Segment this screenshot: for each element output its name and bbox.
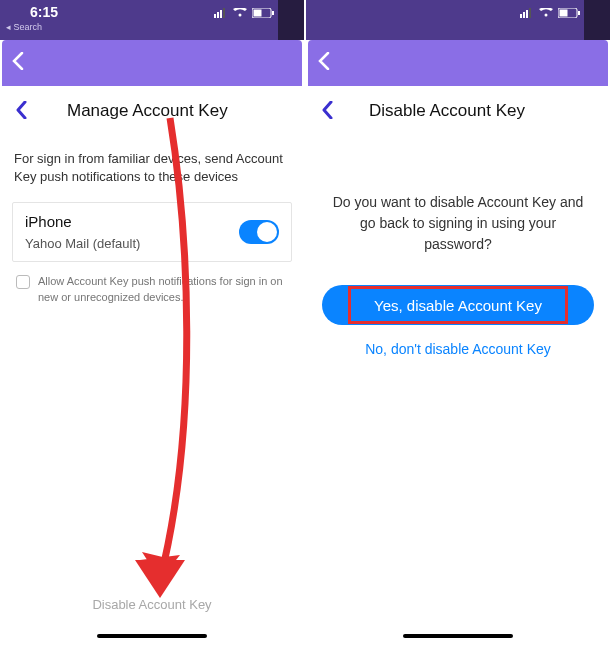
purple-header (2, 40, 302, 86)
status-bar: 6:15 ◂ Search (0, 0, 304, 40)
status-time: 6:15 (30, 4, 58, 20)
yes-disable-label: Yes, disable Account Key (374, 297, 542, 314)
status-icons (214, 8, 274, 18)
device-card: iPhone Yahoo Mail (default) (12, 202, 292, 262)
screen-manage-account-key: 6:15 ◂ Search Manage Account Key For sig… (0, 0, 304, 650)
page-title: Disable Account Key (369, 101, 594, 121)
home-indicator[interactable] (97, 634, 207, 638)
page-title: Manage Account Key (67, 101, 288, 121)
yes-disable-button[interactable]: Yes, disable Account Key (322, 285, 594, 325)
svg-point-4 (239, 14, 242, 17)
title-bar: Disable Account Key (306, 86, 610, 136)
status-bar (306, 0, 610, 40)
svg-rect-16 (578, 11, 580, 15)
svg-rect-9 (520, 14, 522, 18)
allow-notifications-row[interactable]: Allow Account Key push notifications for… (12, 274, 292, 305)
device-subtitle: Yahoo Mail (default) (25, 236, 239, 251)
svg-rect-6 (254, 10, 262, 17)
back-button[interactable] (322, 101, 333, 122)
device-name: iPhone (25, 213, 239, 230)
status-icons (520, 8, 580, 18)
allow-checkbox[interactable] (16, 275, 30, 289)
svg-rect-0 (214, 14, 216, 18)
screen-disable-account-key: Disable Account Key Do you want to disab… (304, 0, 610, 650)
no-dont-disable-link[interactable]: No, don't disable Account Key (318, 341, 598, 357)
home-indicator[interactable] (403, 634, 513, 638)
disable-account-key-link[interactable]: Disable Account Key (12, 597, 292, 612)
back-chevron-icon[interactable] (318, 52, 330, 75)
back-chevron-icon[interactable] (12, 52, 24, 75)
breadcrumb-search[interactable]: ◂ Search (6, 22, 42, 32)
svg-rect-7 (272, 11, 274, 15)
back-button[interactable] (16, 101, 27, 122)
svg-rect-2 (220, 10, 222, 18)
svg-rect-12 (529, 8, 531, 18)
purple-header (308, 40, 608, 86)
allow-label: Allow Account Key push notifications for… (38, 274, 288, 305)
description-text: For sign in from familiar devices, send … (14, 150, 290, 186)
title-bar: Manage Account Key (0, 86, 304, 136)
svg-point-13 (545, 14, 548, 17)
svg-rect-10 (523, 12, 525, 18)
svg-rect-15 (560, 10, 568, 17)
svg-rect-11 (526, 10, 528, 18)
svg-rect-3 (223, 8, 225, 18)
confirmation-prompt: Do you want to disable Account Key and g… (318, 142, 598, 279)
svg-rect-1 (217, 12, 219, 18)
device-toggle[interactable] (239, 220, 279, 244)
